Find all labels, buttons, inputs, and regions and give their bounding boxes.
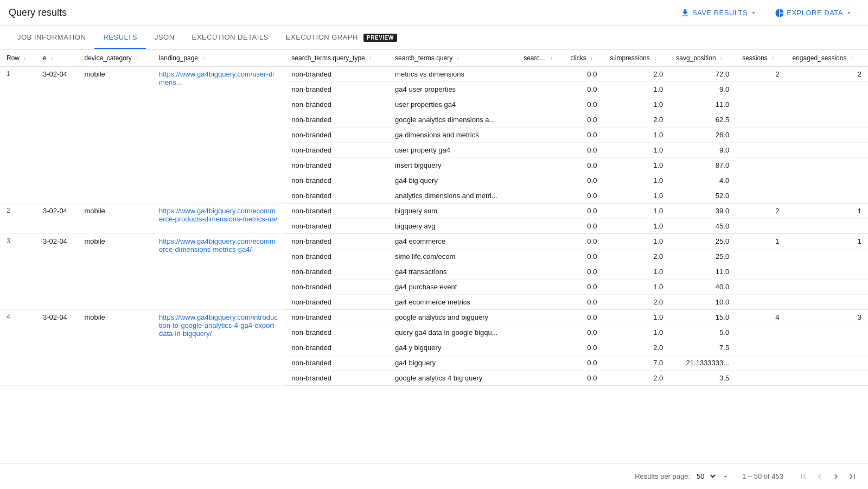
cell-query: ga4 bigquery — [388, 355, 517, 371]
cell-clicks: 0.0 — [564, 82, 603, 97]
page-info: 1 – 50 of 453 — [742, 472, 783, 480]
cell-landing-page: https://www.ga4bigquery.com/user-dimens.… — [152, 67, 285, 204]
cell-query-type: non-branded — [285, 112, 388, 128]
cell-sessions — [736, 188, 786, 204]
cell-impressions: 1.0 — [603, 82, 669, 97]
cell-avg-position: 39.0 — [669, 204, 736, 219]
cell-query-type: non-branded — [285, 173, 388, 188]
table-wrapper[interactable]: Row ↕ e ↕ device_category ↕ landing_page… — [0, 50, 868, 463]
cell-avg-position: 7.5 — [669, 340, 736, 355]
sort-icon-avg-pos: ↕ — [720, 55, 723, 61]
cell-engaged — [786, 112, 868, 128]
cell-sessions: 2 — [736, 204, 786, 219]
tab-execution-graph[interactable]: EXECUTION GRAPH PREVIEW — [277, 27, 406, 49]
cell-query-type: non-branded — [285, 249, 388, 264]
cell-searc — [517, 310, 564, 325]
cell-engaged — [786, 97, 868, 112]
cell-searc — [517, 340, 564, 355]
cell-sessions — [736, 295, 786, 310]
cell-device: mobile — [78, 310, 152, 386]
rows-per-page-select[interactable]: 50 25 100 — [694, 472, 717, 481]
cell-clicks: 0.0 — [564, 355, 603, 371]
cell-query-type: non-branded — [285, 340, 388, 355]
cell-query: ga4 transactions — [388, 264, 517, 280]
cell-searc — [517, 112, 564, 128]
cell-clicks: 0.0 — [564, 219, 603, 234]
rpp-dropdown-icon — [722, 473, 729, 480]
tab-results[interactable]: RESULTS — [94, 27, 146, 49]
cell-clicks: 0.0 — [564, 128, 603, 143]
next-page-button[interactable] — [829, 469, 843, 484]
sort-icon-row: ↕ — [23, 55, 26, 61]
col-header-query-type[interactable]: search_terms.query_type ↕ — [285, 50, 388, 67]
cell-searc — [517, 371, 564, 386]
sort-icon-searc: ↕ — [550, 55, 553, 61]
cell-date: 3-02-04 — [36, 234, 78, 310]
col-header-landing[interactable]: landing_page ↕ — [152, 50, 285, 67]
cell-avg-position: 25.0 — [669, 234, 736, 249]
cell-query: ga dimensions and metrics — [388, 128, 517, 143]
explore-data-button[interactable]: EXPLORE DATA — [768, 5, 859, 21]
cell-searc — [517, 249, 564, 264]
cell-query: ga4 purchase event — [388, 280, 517, 295]
cell-row-num: 1 — [0, 67, 36, 204]
prev-page-button[interactable] — [813, 469, 827, 484]
cell-impressions: 1.0 — [603, 219, 669, 234]
cell-avg-position: 45.0 — [669, 219, 736, 234]
tab-job-information[interactable]: JOB INFORMATION — [9, 27, 94, 49]
cell-impressions: 2.0 — [603, 112, 669, 128]
cell-clicks: 0.0 — [564, 249, 603, 264]
cell-date: 3-02-04 — [36, 310, 78, 386]
col-header-query[interactable]: search_terms.query ↕ — [388, 50, 517, 67]
cell-clicks: 0.0 — [564, 264, 603, 280]
tab-execution-details[interactable]: EXECUTION DETAILS — [183, 27, 277, 49]
tab-json[interactable]: JSON — [146, 27, 183, 49]
cell-query-type: non-branded — [285, 97, 388, 112]
cell-impressions: 1.0 — [603, 264, 669, 280]
tab-bar: JOB INFORMATION RESULTS JSON EXECUTION D… — [0, 26, 868, 50]
col-header-clicks[interactable]: clicks ↕ — [564, 50, 603, 67]
save-results-button[interactable]: SAVE RESULTS — [674, 5, 764, 21]
table-footer: Results per page: 50 25 100 1 – 50 of 45… — [0, 463, 868, 489]
cell-impressions: 1.0 — [603, 234, 669, 249]
sort-icon-landing: ↕ — [202, 55, 205, 61]
cell-engaged: 1 — [786, 234, 868, 249]
col-header-engaged[interactable]: engaged_sessions ↕ — [786, 50, 868, 67]
cell-searc — [517, 67, 564, 82]
cell-engaged — [786, 280, 868, 295]
col-header-impressions[interactable]: s.impressions ↕ — [603, 50, 669, 67]
cell-query: bigquery sum — [388, 204, 517, 219]
first-page-button[interactable] — [796, 469, 810, 484]
cell-sessions — [736, 143, 786, 158]
cell-query-type: non-branded — [285, 82, 388, 97]
cell-query-type: non-branded — [285, 204, 388, 219]
cell-query-type: non-branded — [285, 188, 388, 204]
col-header-device[interactable]: device_category ↕ — [78, 50, 152, 67]
col-header-avg-pos[interactable]: savg_position ↕ — [669, 50, 736, 67]
cell-avg-position: 9.0 — [669, 143, 736, 158]
cell-query: analytics dimensions and metri... — [388, 188, 517, 204]
explore-dropdown-icon — [845, 9, 853, 17]
cell-engaged — [786, 355, 868, 371]
cell-query-type: non-branded — [285, 128, 388, 143]
results-table: Row ↕ e ↕ device_category ↕ landing_page… — [0, 50, 868, 386]
cell-engaged: 3 — [786, 310, 868, 325]
last-page-button[interactable] — [845, 469, 859, 484]
cell-avg-position: 40.0 — [669, 280, 736, 295]
col-header-row[interactable]: Row ↕ — [0, 50, 36, 67]
col-header-sessions[interactable]: sessions ↕ — [736, 50, 786, 67]
table-row: 23-02-04mobilehttps://www.ga4bigquery.co… — [0, 204, 868, 219]
cell-row-num: 2 — [0, 204, 36, 234]
cell-searc — [517, 128, 564, 143]
cell-searc — [517, 82, 564, 97]
col-header-date[interactable]: e ↕ — [36, 50, 78, 67]
cell-searc — [517, 158, 564, 173]
cell-impressions: 1.0 — [603, 173, 669, 188]
rows-per-page-label: Results per page: — [635, 472, 690, 480]
cell-searc — [517, 188, 564, 204]
cell-query-type: non-branded — [285, 158, 388, 173]
table-row: 13-02-04mobilehttps://www.ga4bigquery.co… — [0, 67, 868, 82]
col-header-searc[interactable]: searc… ↕ — [517, 50, 564, 67]
last-page-icon — [847, 472, 857, 481]
next-page-icon — [831, 472, 841, 481]
